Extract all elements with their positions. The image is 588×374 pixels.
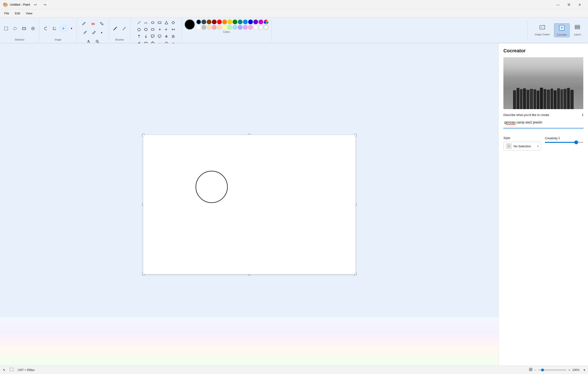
shape-rounded-bubble[interactable]: [156, 33, 163, 40]
image-dropdown[interactable]: ▾: [68, 25, 75, 32]
edit-menu[interactable]: Edit: [12, 10, 22, 16]
swatch-green[interactable]: [233, 20, 237, 24]
recolor-tool[interactable]: [29, 24, 37, 33]
swatch-rainbow[interactable]: [264, 20, 268, 24]
layers-ribbon-btn[interactable]: Layers: [571, 23, 583, 37]
image-creator-ribbon-btn[interactable]: Image Creator: [532, 23, 552, 37]
eraser-tool[interactable]: [89, 19, 97, 28]
image-select-tool[interactable]: [20, 24, 28, 33]
main-color-swatch[interactable]: [185, 19, 195, 30]
swatch-lightgreen[interactable]: [227, 25, 232, 30]
shape-rect[interactable]: [156, 19, 163, 26]
swatch-darkred[interactable]: [212, 20, 217, 24]
swatch-lightorange[interactable]: [217, 25, 222, 30]
swatch-outline-gray[interactable]: [259, 25, 263, 30]
shape-arrow-left[interactable]: [156, 26, 163, 33]
redo-button[interactable]: ↪: [41, 1, 49, 8]
swatch-lavender[interactable]: [243, 25, 248, 30]
zoom-dropdown-button[interactable]: ▾: [584, 368, 585, 372]
figure-14: [557, 88, 560, 109]
swatch-outline2[interactable]: [264, 25, 268, 30]
shape-arrow-right[interactable]: [163, 26, 170, 33]
brush-tool[interactable]: [90, 28, 98, 37]
ai-image-tool[interactable]: [59, 24, 68, 33]
swatch-pink[interactable]: [212, 25, 217, 30]
shape-star4[interactable]: [163, 33, 170, 40]
restore-button[interactable]: ⧉: [564, 1, 574, 9]
select-rect-tool[interactable]: [2, 24, 10, 33]
rotate-tool[interactable]: [41, 24, 50, 33]
creativity-info-icon[interactable]: ℹ: [558, 136, 560, 140]
swatch-outline-white[interactable]: [253, 25, 258, 30]
undo-button[interactable]: ↩: [32, 1, 39, 8]
figure-3: [520, 89, 523, 109]
svg-rect-21: [529, 368, 531, 369]
swatch-purple[interactable]: [253, 20, 258, 24]
crop-tool[interactable]: [50, 24, 59, 33]
shape-arrow-down[interactable]: [143, 33, 149, 40]
swatch-brown[interactable]: [207, 20, 211, 24]
shape-triangle[interactable]: [163, 19, 170, 26]
image-creator-icon: [539, 24, 546, 32]
canvas[interactable]: [143, 135, 355, 274]
style-dropdown[interactable]: No Selection ▾: [504, 142, 541, 151]
shape-oval[interactable]: [149, 19, 156, 26]
shape-diamond[interactable]: [170, 19, 177, 26]
shape-line[interactable]: [136, 19, 142, 26]
view-menu[interactable]: View: [23, 10, 35, 16]
file-menu[interactable]: File: [2, 10, 11, 16]
describe-info-icon[interactable]: ℹ: [582, 113, 583, 117]
shape-curve[interactable]: [143, 19, 149, 26]
color-picker-tool[interactable]: [81, 28, 89, 37]
titlebar-left: 🎨 Untitled - Paint ↩ ↪: [3, 1, 49, 8]
swatch-darkgray[interactable]: [201, 20, 206, 24]
statusbar-left: ↖ 1497 × 998px: [3, 367, 35, 372]
shape-hexagon[interactable]: [143, 26, 149, 33]
pencil-tool[interactable]: [80, 19, 88, 28]
zoom-fit-button[interactable]: [529, 368, 533, 372]
swatch-skin[interactable]: [207, 25, 211, 30]
swatch-blue[interactable]: [248, 20, 253, 24]
swatch-orange[interactable]: [222, 20, 227, 24]
colors-label: Colors: [185, 31, 268, 33]
swatch-white[interactable]: [196, 25, 201, 30]
no-selection-label: No Selection: [514, 145, 536, 148]
shape-star5[interactable]: [170, 33, 177, 40]
svg-rect-22: [531, 368, 532, 369]
canvas-area[interactable]: [0, 43, 498, 365]
swatch-lightblue2[interactable]: [233, 25, 237, 30]
canvas-svg: [143, 135, 355, 274]
figure-8: [537, 91, 539, 109]
swatch-lightpink[interactable]: [248, 25, 253, 30]
swatch-lightblue[interactable]: [238, 25, 242, 30]
cocreator-ribbon-btn[interactable]: Cocreator: [554, 23, 570, 37]
swatch-lightyellow[interactable]: [222, 25, 227, 30]
shape-chat-bubble[interactable]: [149, 33, 156, 40]
swatch-magenta[interactable]: [259, 20, 263, 24]
minimize-button[interactable]: —: [553, 1, 564, 9]
creativity-slider[interactable]: [545, 142, 583, 143]
shape-arrows-both[interactable]: [170, 26, 177, 33]
brush-dropdown[interactable]: ▾: [98, 29, 105, 36]
swatch-red[interactable]: [217, 20, 222, 24]
zoom-slider[interactable]: [538, 370, 567, 371]
swatch-cyan[interactable]: [243, 20, 248, 24]
brush-style-2[interactable]: [120, 24, 128, 33]
cursor-mode-icon: ↖: [3, 368, 6, 372]
zoom-in-button[interactable]: +: [568, 368, 570, 372]
shape-pentagon[interactable]: [136, 26, 142, 33]
shape-arrow-up[interactable]: [136, 33, 142, 40]
swatch-black[interactable]: [196, 20, 201, 24]
shape-rounded-rect[interactable]: [149, 26, 156, 33]
close-button[interactable]: ✕: [574, 1, 585, 9]
zoom-out-button[interactable]: −: [535, 368, 536, 372]
swatch-lightgray[interactable]: [201, 25, 206, 30]
photo-figures: [504, 70, 583, 109]
app-title: Untitled - Paint: [10, 3, 30, 6]
brush-style-1[interactable]: [111, 24, 119, 33]
free-select-tool[interactable]: [11, 24, 19, 33]
fill-tool[interactable]: [98, 19, 106, 28]
figure-15: [560, 89, 563, 109]
swatch-teal[interactable]: [238, 20, 242, 24]
swatch-yellow[interactable]: [227, 20, 232, 24]
